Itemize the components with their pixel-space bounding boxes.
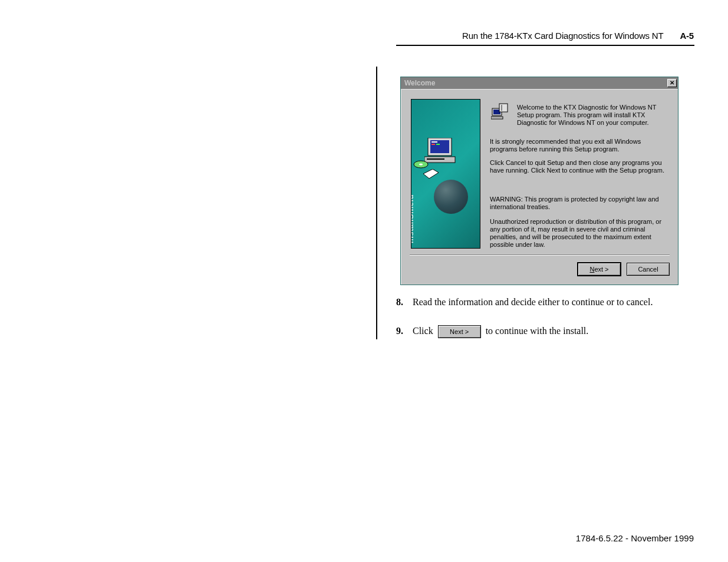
dialog-body: InstallShield Welcome to the KTX Diagnos… bbox=[401, 89, 678, 285]
svg-rect-14 bbox=[491, 117, 503, 119]
svg-marker-9 bbox=[423, 169, 439, 178]
step-9-text-post: to continue with the install. bbox=[486, 326, 589, 336]
paper-icon bbox=[423, 169, 439, 181]
svg-point-8 bbox=[419, 164, 423, 166]
computer-icon bbox=[424, 138, 460, 166]
step-9: 9. Click Next > to continue with the ins… bbox=[396, 325, 691, 338]
svg-rect-3 bbox=[431, 144, 435, 145]
svg-rect-4 bbox=[436, 144, 440, 145]
inline-next-button: Next > bbox=[438, 325, 481, 338]
page-footer: 1784-6.5.22 - November 1999 bbox=[576, 533, 694, 543]
welcome-paragraph-4: WARNING: This program is protected by co… bbox=[490, 196, 670, 211]
svg-rect-12 bbox=[499, 104, 508, 112]
setup-icon bbox=[491, 103, 509, 120]
vertical-rule bbox=[376, 67, 377, 339]
header-rule bbox=[396, 45, 694, 46]
installer-side-graphic: InstallShield bbox=[411, 99, 480, 249]
dialog-titlebar: Welcome ✕ bbox=[401, 77, 678, 89]
step-9-text-pre: Click bbox=[413, 326, 436, 336]
cancel-button[interactable]: Cancel bbox=[627, 263, 670, 276]
header-title: Run the 1784-KTx Card Diagnostics for Wi… bbox=[462, 31, 663, 41]
install-shield-label: InstallShield bbox=[411, 194, 415, 243]
svg-rect-13 bbox=[501, 105, 502, 111]
dialog-separator bbox=[410, 254, 670, 256]
next-button[interactable]: Next > bbox=[578, 263, 621, 276]
inline-next-rest: ext > bbox=[454, 328, 469, 335]
welcome-paragraph-3: Click Cancel to quit Setup and then clos… bbox=[490, 159, 670, 174]
next-button-label-rest: ext > bbox=[594, 266, 608, 273]
close-button[interactable]: ✕ bbox=[667, 79, 677, 87]
svg-rect-2 bbox=[431, 141, 437, 143]
welcome-paragraph-1: Welcome to the KTX Diagnostic for Window… bbox=[517, 104, 670, 127]
welcome-paragraph-5: Unauthorized reproduction or distributio… bbox=[490, 218, 670, 249]
welcome-paragraph-2: It is strongly recommended that you exit… bbox=[490, 138, 670, 153]
cd-icon bbox=[413, 158, 429, 170]
welcome-dialog: Welcome ✕ bbox=[400, 77, 678, 285]
cancel-button-label: Cancel bbox=[638, 266, 658, 273]
header-page-number: A-5 bbox=[680, 31, 694, 41]
svg-rect-6 bbox=[427, 158, 444, 160]
step-9-number: 9. bbox=[396, 326, 410, 336]
dialog-button-row: Next > Cancel bbox=[578, 263, 670, 276]
close-icon: ✕ bbox=[670, 80, 674, 86]
manual-page: Run the 1784-KTx Card Diagnostics for Wi… bbox=[0, 0, 728, 562]
inline-next-accel: N bbox=[450, 328, 454, 335]
step-8-number: 8. bbox=[396, 297, 410, 308]
dialog-title: Welcome bbox=[404, 79, 435, 87]
step-8: 8. Read the information and decide eithe… bbox=[396, 297, 691, 308]
globe-icon bbox=[434, 180, 468, 214]
page-header: Run the 1784-KTx Card Diagnostics for Wi… bbox=[340, 31, 694, 41]
step-8-text: Read the information and decide either t… bbox=[413, 297, 653, 307]
